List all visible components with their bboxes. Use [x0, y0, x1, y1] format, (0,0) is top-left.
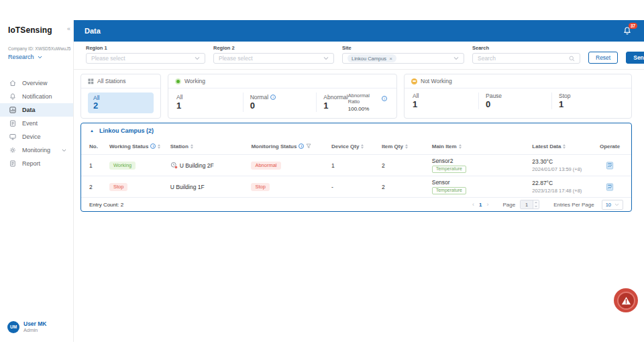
entries-per-page-label: Entries Per Page [553, 202, 594, 208]
stat-label: Pause [486, 93, 502, 99]
grid-icon [88, 78, 94, 84]
sidebar-item-data[interactable]: Data [0, 103, 73, 117]
chevron-down-icon [614, 203, 619, 206]
not-working-pause-stat[interactable]: Pause 0 [486, 93, 502, 109]
sort-icon[interactable] [405, 144, 408, 149]
col-latest-data[interactable]: Latest Data [532, 143, 596, 149]
sidebar-item-overview[interactable]: Overview [0, 76, 73, 90]
page-stepper[interactable] [533, 200, 539, 208]
notification-bell-button[interactable]: 37 [623, 25, 633, 36]
region2-label: Region 2 [213, 45, 334, 51]
ratio-value: 100.00% [348, 106, 387, 112]
col-main-item[interactable]: Main Item [432, 143, 533, 149]
reset-button[interactable]: Reset [588, 52, 618, 64]
gear-icon [9, 146, 17, 154]
col-no: No. [89, 143, 109, 149]
operate-report-button[interactable] [606, 162, 614, 170]
all-stations-all-stat[interactable]: All 2 [88, 93, 154, 113]
prev-page-button[interactable]: ‹ [472, 201, 474, 208]
working-status-icon [175, 78, 181, 84]
entries-per-page-select[interactable]: 10 [602, 200, 623, 210]
table-row: 2 Stop U Building 1F Stop - 2 Sensor Tem… [81, 176, 631, 197]
all-stations-title: All Stations [97, 78, 126, 84]
site-select[interactable]: Linkou Campus × [342, 53, 464, 64]
cell-device-qty: - [331, 184, 382, 190]
info-icon[interactable]: i [382, 96, 387, 101]
working-normal-stat[interactable]: Normali 0 [250, 94, 276, 111]
sidebar-item-device[interactable]: Device [0, 130, 73, 143]
user-profile[interactable]: UM User MK Admin [7, 320, 46, 333]
sort-icon[interactable] [158, 144, 160, 149]
region1-select[interactable]: Please select [86, 53, 205, 64]
report-icon [9, 160, 17, 168]
site-tag[interactable]: Linkou Campus × [347, 54, 396, 62]
cell-device-qty: 1 [331, 162, 382, 169]
not-working-all-stat[interactable]: All 1 [413, 93, 419, 109]
sidebar-item-label: Device [22, 133, 41, 140]
table-footer: Entry Count: 2 ‹ 1 › Page 1 Entries Per … [81, 197, 631, 211]
emergency-alarm-fab[interactable] [614, 288, 638, 312]
search-box [472, 53, 580, 64]
page-input[interactable]: 1 [520, 200, 539, 209]
info-icon[interactable]: i [150, 143, 156, 149]
region2-select[interactable]: Please select [213, 53, 334, 64]
sort-icon[interactable] [361, 144, 364, 149]
site-tag-label: Linkou Campus [352, 56, 386, 62]
col-station[interactable]: Station [170, 143, 252, 149]
stats-row: All Stations All 2 Working [80, 74, 632, 119]
abnormal-ratio: Abnormal Ratioi 100.00% [348, 93, 390, 112]
company-id: Company ID: XWSD5XuWwuJ5 [8, 46, 65, 51]
page-number[interactable]: 1 [479, 202, 482, 208]
station-name[interactable]: U Building 1F [170, 184, 205, 190]
sort-icon[interactable] [459, 144, 462, 149]
temperature-tag: Temperature [432, 187, 466, 194]
working-status-badge: Stop [109, 183, 127, 191]
region1-label: Region 1 [86, 45, 205, 51]
site-label: Site [342, 45, 464, 51]
not-working-stop-stat[interactable]: Stop 1 [559, 93, 571, 109]
filter-funnel-icon[interactable] [306, 143, 311, 149]
search-input[interactable] [478, 55, 569, 62]
sidebar-item-report[interactable]: Report [0, 157, 73, 170]
working-all-stat[interactable]: All 1 [176, 94, 182, 111]
bell-icon [9, 93, 17, 101]
sidebar: IoTSensing « Company ID: XWSD5XuWwuJ5 Re… [0, 20, 74, 342]
latest-timestamp: 2024/01/07 13:59 (+8) [532, 166, 582, 172]
stat-label: Normal [250, 94, 268, 101]
next-page-button[interactable]: › [486, 201, 488, 208]
working-abnormal-stat[interactable]: Abnormal 1 [323, 94, 347, 111]
col-item-qty[interactable]: Item Qty [382, 143, 432, 149]
info-icon[interactable]: i [299, 143, 304, 149]
region2-placeholder: Please select [219, 55, 253, 62]
filter-bar: Region 1 Please select Region 2 Please s… [74, 42, 644, 70]
main-item-name: Sensor2 [432, 158, 453, 164]
info-icon[interactable]: i [270, 95, 276, 100]
group-header[interactable]: ▲ Linkou Campus (2) [81, 123, 631, 138]
send-button[interactable]: Send [626, 52, 644, 64]
sort-icon[interactable] [563, 144, 566, 149]
stat-value: 1 [559, 100, 571, 109]
page-input-value: 1 [521, 200, 533, 208]
col-device-qty[interactable]: Device Qty [331, 143, 382, 149]
top-header: Data 37 [74, 20, 644, 42]
group-title: Linkou Campus (2) [99, 127, 154, 134]
col-monitoring-status[interactable]: Monitoring Statusi [251, 143, 331, 149]
sidebar-item-event[interactable]: Event [0, 117, 73, 130]
table-header-row: No. Working Statusi Station Monitoring S… [81, 138, 631, 154]
stat-value: 0 [486, 100, 502, 109]
tag-close-icon[interactable]: × [389, 56, 392, 62]
sidebar-item-notification[interactable]: Notification [0, 90, 73, 103]
station-name[interactable]: U Building 2F [180, 162, 214, 169]
user-role: Admin [23, 327, 46, 333]
latest-value: 22.87°C [532, 180, 553, 186]
stat-value: 1 [323, 101, 347, 111]
sort-icon[interactable] [191, 144, 193, 149]
operate-report-button[interactable] [606, 183, 614, 191]
stat-value: 0 [250, 101, 276, 111]
sidebar-item-monitoring[interactable]: Monitoring [0, 143, 73, 157]
all-stations-card: All Stations All 2 [80, 74, 161, 119]
data-icon [9, 106, 17, 114]
col-working-status[interactable]: Working Statusi [109, 143, 170, 149]
sidebar-collapse-icon[interactable]: « [67, 25, 70, 32]
workspace-selector[interactable]: Research [8, 54, 65, 60]
